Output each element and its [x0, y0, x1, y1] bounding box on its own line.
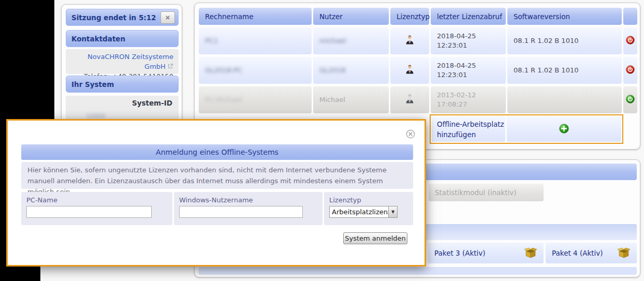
screen: Sitzung endet in 5:12 × Kontaktdaten Nov…: [0, 0, 644, 281]
windows-user-label: Windows-Nutzername: [179, 196, 317, 204]
close-icon: [406, 129, 415, 140]
pc-name-label: PC-Name: [26, 196, 167, 204]
table-row-cell-nutzer: michael: [313, 27, 389, 54]
power-icon-red: [626, 36, 635, 46]
app-background-patch: [40, 267, 54, 281]
table-row-cell-rechnername: PC-Michael: [199, 86, 312, 113]
external-link-icon: [168, 63, 173, 70]
license-type-label: Lizenztyp: [329, 196, 408, 204]
table-row-cell-nutzer: GL2018: [313, 57, 389, 84]
user-icon-gray: [405, 94, 414, 106]
package-icon: [524, 247, 537, 260]
contact-info-box: NovaCHRON Zeitsysteme GmbH Telefon: +49 …: [66, 49, 179, 74]
power-icon-red: [626, 65, 635, 76]
windows-user-field-group: Windows-Nutzername: [174, 192, 323, 225]
module-paket4[interactable]: Paket 4 (Aktiv): [546, 243, 637, 263]
table-row-cell-version: [507, 86, 622, 113]
table-row-cell-abruf: 2018-04-25 12:23:01: [431, 57, 506, 84]
table-row-cell-abruf: 2013-02-12 17:08:27: [431, 86, 506, 113]
license-logoff-button[interactable]: [626, 65, 635, 76]
dialog-close-button[interactable]: [406, 129, 415, 140]
power-icon-green: [626, 95, 635, 105]
package-icon: [617, 247, 631, 260]
table-row-cell-rechnername: PC1: [199, 27, 312, 54]
system-id-label: System-ID: [72, 99, 172, 107]
table-row-cell-rechnername: GL2018-PC: [199, 57, 312, 84]
column-header-version: Softwareversion: [507, 8, 622, 25]
add-offline-workstation-button[interactable]: [507, 116, 621, 142]
column-header-abruf: letzter Lizenzabruf: [431, 8, 506, 25]
windows-user-input[interactable]: [179, 206, 303, 218]
license-table: Rechnername Nutzer Lizenztyp letzter Liz…: [199, 8, 637, 113]
license-logoff-button[interactable]: [626, 36, 635, 46]
register-system-button[interactable]: System anmelden: [343, 232, 407, 244]
add-icon: [559, 124, 569, 135]
offline-row-label: Offline-Arbeitsplatz hinzufügen: [432, 116, 505, 142]
dialog-description: Hier können Sie, sofern ungenutzte Lizen…: [21, 162, 413, 189]
pc-name-field-group: PC-Name: [21, 192, 172, 225]
offline-system-dialog: Anmeldung eines Offline-Systems Hier kön…: [6, 119, 426, 267]
table-row-cell-version: 08.1 R 1.02 B 1010: [507, 57, 622, 84]
system-section-header: Ihr System: [66, 76, 179, 93]
table-row-cell-lizenztyp: [390, 57, 429, 84]
table-row-cell-status: [623, 27, 637, 54]
session-close-button[interactable]: ×: [160, 11, 175, 24]
table-row-cell-abruf: 2018-04-25 12:23:01: [431, 27, 506, 54]
license-activate-button[interactable]: [626, 95, 635, 105]
pc-name-input[interactable]: [26, 206, 152, 218]
table-row-cell-lizenztyp: [390, 27, 429, 54]
company-link[interactable]: NovaCHRON Zeitsysteme GmbH: [87, 53, 173, 70]
column-header-status: [623, 8, 637, 25]
modules-bottom-band: [199, 267, 637, 275]
module-paket3-label: Paket 3 (Aktiv): [434, 249, 486, 257]
contact-section-header: Kontaktdaten: [66, 30, 179, 47]
session-timer-label: Sitzung endet in 5:12: [71, 13, 156, 22]
license-type-selected-value: Arbeitsplatzlizenz: [330, 206, 388, 217]
user-icon: [405, 65, 414, 77]
user-icon: [405, 35, 414, 47]
table-row-cell-lizenztyp: [390, 86, 429, 113]
table-row-cell-nutzer: Michael: [313, 86, 389, 113]
dialog-title: Anmeldung eines Offline-Systems: [21, 144, 413, 160]
session-timer-bar: Sitzung endet in 5:12 ×: [66, 9, 179, 26]
chevron-down-icon: ▼: [388, 206, 397, 217]
table-row-cell-version: 08.1 R 1.02 B 1010: [507, 27, 622, 54]
offline-row-highlight: Offline-Arbeitsplatz hinzufügen: [430, 114, 623, 144]
module-statistik: Statistikmodul (inaktiv): [429, 184, 544, 201]
column-header-nutzer: Nutzer: [313, 8, 389, 25]
license-type-select[interactable]: Arbeitsplatzlizenz ▼: [329, 206, 398, 218]
module-paket3[interactable]: Paket 3 (Aktiv): [428, 243, 544, 263]
table-row-cell-status: [623, 86, 637, 113]
column-header-rechnername: Rechnername: [199, 8, 312, 25]
license-type-field-group: Lizenztyp Arbeitsplatzlizenz ▼: [324, 192, 413, 225]
column-header-lizenztyp: Lizenztyp: [390, 8, 429, 25]
module-paket4-label: Paket 4 (Aktiv): [552, 249, 603, 257]
table-row-cell-status: [623, 57, 637, 84]
